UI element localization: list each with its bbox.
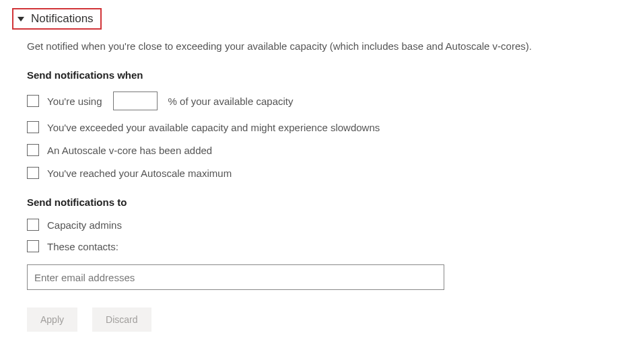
checkbox-capacity-admins[interactable] [27,219,39,231]
usage-percent-label-prefix: You're using [47,96,102,107]
max-reached-label: You've reached your Autoscale maximum [47,168,232,179]
section-title: Notifications [31,12,94,26]
notifications-content: Get notified when you're close to exceed… [12,40,608,332]
option-exceeded: You've exceeded your available capacity … [27,121,608,133]
checkbox-vcore-added[interactable] [27,144,39,156]
exceeded-label: You've exceeded your available capacity … [47,122,380,133]
checkbox-usage-percent[interactable] [27,95,39,107]
these-contacts-label: These contacts: [47,241,118,252]
usage-percent-input[interactable] [113,92,158,110]
send-to-heading: Send notifications to [27,196,608,208]
option-usage-percent: You're using % of your available capacit… [27,92,608,110]
apply-button[interactable]: Apply [27,307,77,332]
collapse-caret-icon [18,17,24,22]
option-these-contacts: These contacts: [27,240,608,252]
action-buttons: Apply Discard [27,307,608,332]
option-max-reached: You've reached your Autoscale maximum [27,167,608,179]
capacity-admins-label: Capacity admins [47,219,122,231]
checkbox-these-contacts[interactable] [27,240,39,252]
option-vcore-added: An Autoscale v-core has been added [27,144,608,156]
usage-percent-label-suffix: % of your available capacity [168,96,294,107]
discard-button[interactable]: Discard [92,307,151,332]
vcore-added-label: An Autoscale v-core has been added [47,145,212,156]
checkbox-exceeded[interactable] [27,121,39,133]
option-capacity-admins: Capacity admins [27,219,608,231]
checkbox-max-reached[interactable] [27,167,39,179]
notifications-section-toggle[interactable]: Notifications [12,8,102,30]
section-description: Get notified when you're close to exceed… [27,40,608,52]
email-addresses-input[interactable] [27,264,444,290]
send-when-heading: Send notifications when [27,69,608,81]
